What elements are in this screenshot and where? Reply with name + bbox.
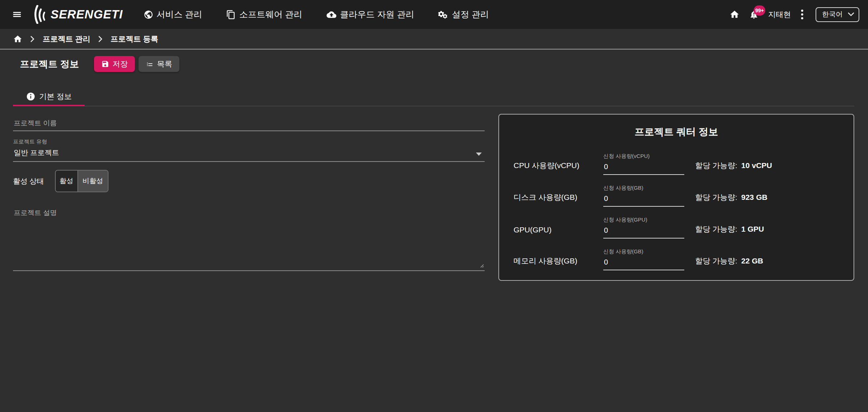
- top-navigation: SERENGETI 서비스 관리 소프트웨어 관리 클라우드 자원 관리 설정 …: [0, 0, 868, 29]
- save-button[interactable]: 저장: [94, 56, 135, 72]
- main-menu: 서비스 관리 소프트웨어 관리 클라우드 자원 관리 설정 관리: [144, 9, 489, 20]
- save-icon: [101, 60, 109, 68]
- chevron-right-icon: [98, 35, 103, 43]
- page-content: 프로젝트 정보 저장 목록 기본 정보 프로젝트 유형: [0, 56, 868, 281]
- quota-available-value: 1 GPU: [741, 225, 764, 233]
- copy-icon: [226, 10, 236, 20]
- chevron-down-icon: [848, 12, 854, 17]
- status-active-button[interactable]: 활성: [56, 171, 78, 192]
- list-button-label: 목록: [157, 59, 172, 69]
- chevron-right-icon: [30, 35, 35, 43]
- globe-icon: [144, 10, 153, 20]
- quota-available-value: 10 vCPU: [741, 161, 772, 169]
- quota-available: 할당 가능량: 1 GPU: [684, 224, 839, 239]
- language-selector[interactable]: 한국어: [816, 7, 859, 22]
- quota-disk-input[interactable]: [603, 194, 684, 207]
- project-name-input[interactable]: [13, 117, 485, 131]
- project-type-label: 프로젝트 유형: [13, 138, 485, 145]
- breadcrumb: 프로젝트 관리 프로젝트 등록: [0, 29, 868, 50]
- list-icon: [146, 60, 154, 68]
- project-type-select[interactable]: 프로젝트 유형 일반 프로젝트: [13, 138, 485, 162]
- body-grid: 프로젝트 유형 일반 프로젝트 활성 상태 활성 비활성 프로젝트 쿼터 정: [13, 106, 854, 281]
- dots-vertical-icon: [800, 9, 804, 20]
- project-type-value-line: 일반 프로젝트: [13, 148, 485, 162]
- project-name-field: [13, 117, 485, 131]
- nav-item-label: 서비스 관리: [157, 9, 203, 20]
- brand-name: SERENGETI: [51, 8, 123, 21]
- quota-row-label: CPU 사용량(vCPU): [514, 160, 603, 175]
- breadcrumb-item-project-register[interactable]: 프로젝트 등록: [111, 34, 158, 44]
- quota-row-cpu: CPU 사용량(vCPU) 신청 사용량(vCPU) 할당 가능량: 10 vC…: [514, 153, 839, 175]
- quota-memory-input[interactable]: [603, 257, 684, 270]
- top-nav-right: 99+ 지태현 한국어: [729, 7, 868, 22]
- quota-available-value: 923 GB: [741, 193, 767, 201]
- quota-panel-title: 프로젝트 쿼터 정보: [514, 125, 839, 138]
- user-menu-button[interactable]: [800, 9, 804, 20]
- quota-available: 할당 가능량: 22 GB: [684, 256, 839, 270]
- nav-item-service-management[interactable]: 서비스 관리: [144, 9, 203, 20]
- home-icon: [729, 9, 740, 20]
- nav-item-label: 소프트웨어 관리: [239, 9, 302, 20]
- title-row: 프로젝트 정보 저장 목록: [13, 56, 854, 72]
- project-type-value: 일반 프로젝트: [14, 148, 59, 158]
- quota-available-value: 22 GB: [741, 257, 763, 265]
- list-button[interactable]: 목록: [139, 56, 179, 72]
- save-button-label: 저장: [112, 59, 128, 69]
- tab-label: 기본 정보: [39, 91, 72, 102]
- breadcrumb-item-project-management[interactable]: 프로젝트 관리: [43, 34, 90, 44]
- page-title: 프로젝트 정보: [20, 58, 79, 70]
- active-status-label: 활성 상태: [13, 176, 44, 186]
- quota-available: 할당 가능량: 10 vCPU: [684, 160, 839, 175]
- quota-row-label: 디스크 사용량(GB): [514, 192, 603, 207]
- quota-row-label: 메모리 사용량(GB): [514, 256, 603, 270]
- quota-available-label: 할당 가능량:: [695, 161, 737, 169]
- quota-row-memory: 메모리 사용량(GB) 신청 사용량(GB) 할당 가능량: 22 GB: [514, 248, 839, 270]
- project-description-field: [13, 207, 485, 271]
- quota-input-label: 신청 사용량(vCPU): [603, 153, 684, 160]
- quota-input-label: 신청 사용량(GB): [603, 185, 684, 192]
- quota-input-label: 신청 사용량(GPU): [603, 216, 684, 223]
- breadcrumb-home-button[interactable]: [13, 34, 22, 44]
- quota-input-label: 신청 사용량(GB): [603, 248, 684, 255]
- nav-item-settings-management[interactable]: 설정 관리: [438, 9, 489, 20]
- quota-available-label: 할당 가능량:: [695, 257, 737, 265]
- notifications-button[interactable]: 99+: [749, 10, 759, 20]
- quota-row-label: GPU(GPU): [514, 226, 603, 239]
- caret-down-icon: [476, 153, 482, 156]
- quota-input-wrap: 신청 사용량(GB): [603, 248, 684, 270]
- nav-item-software-management[interactable]: 소프트웨어 관리: [226, 9, 302, 20]
- quota-input-wrap: 신청 사용량(GB): [603, 185, 684, 207]
- gears-icon: [438, 10, 448, 20]
- nav-item-label: 클라우드 자원 관리: [340, 9, 414, 20]
- quota-available: 할당 가능량: 923 GB: [684, 192, 839, 207]
- language-value: 한국어: [822, 10, 843, 19]
- hamburger-menu-button[interactable]: [12, 9, 22, 20]
- quota-input-wrap: 신청 사용량(GPU): [603, 216, 684, 239]
- quota-row-gpu: GPU(GPU) 신청 사용량(GPU) 할당 가능량: 1 GPU: [514, 216, 839, 239]
- status-inactive-button[interactable]: 비활성: [78, 171, 108, 192]
- info-icon: [26, 92, 35, 101]
- project-description-textarea[interactable]: [13, 207, 485, 271]
- project-form: 프로젝트 유형 일반 프로젝트 활성 상태 활성 비활성: [13, 106, 485, 271]
- serengeti-waves-icon: [34, 5, 48, 24]
- quota-available-label: 할당 가능량:: [695, 225, 737, 233]
- notification-badge: 99+: [754, 5, 765, 16]
- active-status-field: 활성 상태 활성 비활성: [13, 170, 485, 192]
- home-button[interactable]: [729, 9, 740, 20]
- quota-available-label: 할당 가능량:: [695, 193, 737, 201]
- nav-item-cloud-resource-management[interactable]: 클라우드 자원 관리: [326, 9, 414, 20]
- cloud-upload-icon: [326, 10, 337, 20]
- tab-basic-info[interactable]: 기본 정보: [13, 88, 85, 106]
- quota-input-wrap: 신청 사용량(vCPU): [603, 153, 684, 175]
- quota-gpu-input[interactable]: [603, 226, 684, 239]
- nav-item-label: 설정 관리: [452, 9, 489, 20]
- tab-bar: 기본 정보: [13, 88, 854, 106]
- quota-row-disk: 디스크 사용량(GB) 신청 사용량(GB) 할당 가능량: 923 GB: [514, 185, 839, 207]
- brand-logo[interactable]: SERENGETI: [34, 5, 123, 24]
- resize-handle-icon[interactable]: [479, 263, 484, 268]
- hamburger-icon: [12, 9, 22, 20]
- home-icon: [13, 34, 22, 44]
- user-name: 지태현: [768, 9, 791, 20]
- status-toggle-group: 활성 비활성: [55, 170, 109, 192]
- quota-cpu-input[interactable]: [603, 162, 684, 175]
